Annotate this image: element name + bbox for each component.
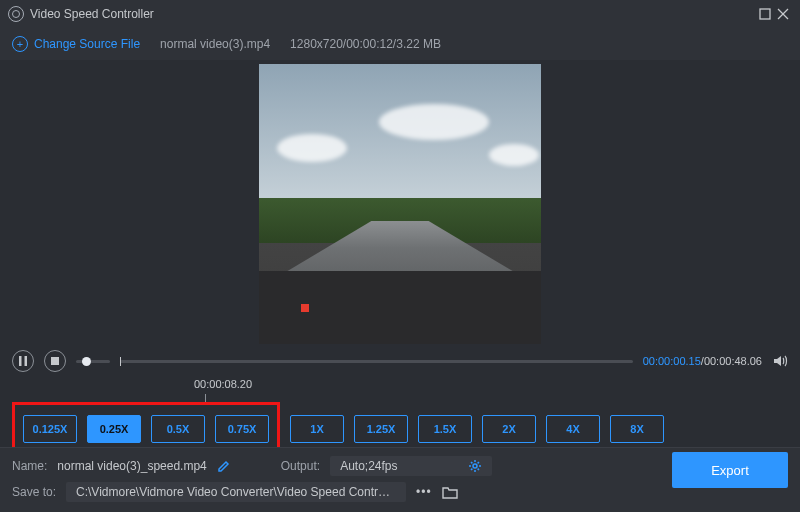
plus-circle-icon: + [12,36,28,52]
gear-icon[interactable] [468,459,482,473]
svg-rect-5 [51,357,59,365]
window-title: Video Speed Controller [30,7,154,21]
pause-button[interactable] [12,350,34,372]
change-source-label: Change Source File [34,37,140,51]
open-folder-icon[interactable] [442,485,458,499]
tick-time-label: 00:00:08.20 [0,372,800,390]
speed-8X[interactable]: 8X [610,415,664,443]
source-filename: normal video(3).mp4 [160,37,270,51]
svg-point-6 [473,464,477,468]
video-preview[interactable] [259,64,541,344]
stop-button[interactable] [44,350,66,372]
timeline-scrubber[interactable] [120,360,633,363]
svg-rect-3 [19,356,22,366]
speed-1_25X[interactable]: 1.25X [354,415,408,443]
total-time: 00:00:48.06 [704,355,762,367]
speed-2X[interactable]: 2X [482,415,536,443]
footer: Name: normal video(3)_speed.mp4 Output: … [0,447,800,512]
player-controls: 00:00:00.15/00:00:48.06 [0,344,800,372]
app-logo-icon [8,6,24,22]
speed-1_5X[interactable]: 1.5X [418,415,472,443]
speed-1X[interactable]: 1X [290,415,344,443]
close-icon[interactable] [774,5,792,23]
speed-0_125X[interactable]: 0.125X [23,415,77,443]
change-source-button[interactable]: + Change Source File [12,36,140,52]
speed-0_75X[interactable]: 0.75X [215,415,269,443]
save-to-label: Save to: [12,485,56,499]
volume-control[interactable] [76,360,110,363]
red-marker [301,304,309,312]
output-format-value: Auto;24fps [340,459,397,473]
speed-4X[interactable]: 4X [546,415,600,443]
minimize-icon[interactable] [756,5,774,23]
output-filename: normal video(3)_speed.mp4 [57,459,206,473]
save-path-field[interactable]: C:\Vidmore\Vidmore Video Converter\Video… [66,482,406,502]
output-label: Output: [281,459,320,473]
svg-rect-0 [760,9,770,19]
save-path-value: C:\Vidmore\Vidmore Video Converter\Video… [76,485,396,499]
edit-name-icon[interactable] [217,459,231,473]
source-toolbar: + Change Source File normal video(3).mp4… [0,28,800,60]
source-info: 1280x720/00:00:12/3.22 MB [290,37,441,51]
speaker-icon[interactable] [772,353,788,369]
output-format-dropdown[interactable]: Auto;24fps [330,456,491,476]
export-button[interactable]: Export [672,452,788,488]
name-label: Name: [12,459,47,473]
time-display: 00:00:00.15/00:00:48.06 [643,355,762,367]
titlebar: Video Speed Controller [0,0,800,28]
video-stage [0,60,800,344]
speed-0_5X[interactable]: 0.5X [151,415,205,443]
current-time: 00:00:00.15 [643,355,701,367]
browse-path-button[interactable]: ••• [416,485,432,499]
svg-rect-4 [25,356,28,366]
speed-0_25X[interactable]: 0.25X [87,415,141,443]
